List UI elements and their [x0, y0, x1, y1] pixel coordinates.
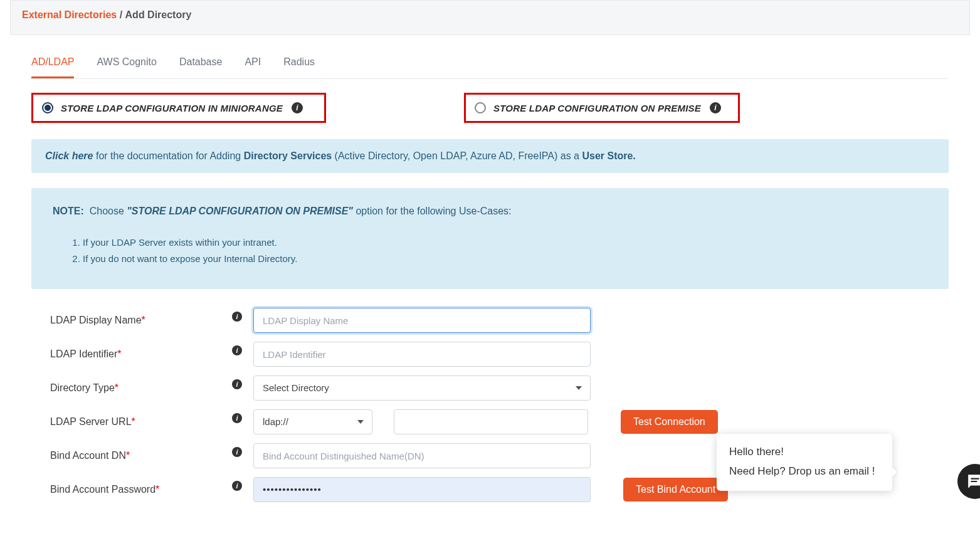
doc-text-2: (Active Directory, Open LDAP, Azure AD, …: [332, 150, 582, 161]
bind-password-input[interactable]: •••••••••••••••: [253, 477, 591, 502]
test-bind-button[interactable]: Test Bind Account: [623, 478, 728, 502]
info-icon[interactable]: [232, 481, 242, 491]
label-directory-type: Directory Type: [50, 382, 115, 393]
radio-label-miniorange: STORE LDAP CONFIGURATION IN MINIORANGE: [61, 103, 283, 113]
radio-label-onpremise: STORE LDAP CONFIGURATION ON PREMISE: [493, 103, 701, 113]
info-icon[interactable]: [710, 102, 721, 113]
breadcrumb-separator: /: [120, 9, 122, 20]
tab-database[interactable]: Database: [179, 48, 223, 78]
documentation-banner: Click here for the documentation for Add…: [31, 139, 949, 173]
tabs: AD/LDAP AWS Cognito Database API Radius: [31, 48, 949, 79]
required-asterisk: *: [132, 416, 135, 427]
chat-line-1: Hello there!: [729, 443, 880, 462]
info-icon[interactable]: [292, 102, 303, 113]
radio-store-miniorange[interactable]: STORE LDAP CONFIGURATION IN MINIORANGE: [31, 93, 326, 123]
radio-store-onpremise[interactable]: STORE LDAP CONFIGURATION ON PREMISE: [464, 93, 740, 123]
tab-api[interactable]: API: [245, 48, 261, 78]
breadcrumb-current: Add Directory: [125, 9, 192, 20]
info-icon[interactable]: [232, 379, 242, 389]
info-icon[interactable]: [232, 312, 242, 322]
protocol-select[interactable]: ldap://: [253, 409, 372, 434]
label-bind-password: Bind Account Password: [50, 484, 155, 495]
ldap-display-name-input[interactable]: [253, 308, 591, 333]
chat-popup-tail: [892, 467, 897, 477]
note-after: option for the following Use-Cases:: [353, 206, 512, 216]
bind-dn-input[interactable]: [253, 443, 591, 468]
radio-icon: [475, 102, 486, 113]
tab-ad-ldap[interactable]: AD/LDAP: [31, 48, 74, 78]
label-server-url: LDAP Server URL: [50, 416, 132, 427]
info-icon[interactable]: [232, 413, 242, 423]
note-item-1: If your LDAP Server exists within your i…: [83, 234, 927, 251]
doc-bold-1: Directory Services: [244, 150, 332, 161]
required-asterisk: *: [115, 382, 119, 393]
chat-icon: [967, 473, 980, 490]
required-asterisk: *: [117, 349, 121, 359]
info-icon[interactable]: [232, 447, 242, 457]
breadcrumb-root-link[interactable]: External Directories: [22, 9, 117, 20]
label-display-name: LDAP Display Name: [50, 315, 142, 325]
doc-text-1: for the documentation for Adding: [93, 150, 243, 161]
required-asterisk: *: [142, 315, 145, 325]
note-label: NOTE:: [53, 206, 84, 216]
doc-bold-2: User Store.: [582, 150, 635, 161]
server-url-input[interactable]: [394, 409, 588, 434]
required-asterisk: *: [155, 484, 159, 495]
label-bind-dn: Bind Account DN: [50, 450, 126, 461]
tab-radius[interactable]: Radius: [283, 48, 315, 78]
required-asterisk: *: [126, 450, 130, 461]
note-quoted: "STORE LDAP CONFIGURATION ON PREMISE": [127, 206, 353, 216]
note-choose: Choose: [90, 206, 124, 216]
note-banner: NOTE: Choose "STORE LDAP CONFIGURATION O…: [31, 188, 949, 289]
tab-aws-cognito[interactable]: AWS Cognito: [97, 48, 156, 78]
test-connection-button[interactable]: Test Connection: [621, 410, 718, 434]
info-icon[interactable]: [232, 345, 242, 355]
note-item-2: If you do not want to expose your Intern…: [83, 251, 927, 267]
chat-popup: Hello there! Need Help? Drop us an email…: [717, 434, 892, 491]
documentation-link[interactable]: Click here: [45, 150, 93, 161]
ldap-identifier-input[interactable]: [253, 342, 591, 367]
chat-line-2: Need Help? Drop us an email !: [729, 462, 880, 481]
breadcrumb: External Directories / Add Directory: [10, 0, 970, 35]
radio-icon: [42, 102, 53, 113]
label-identifier: LDAP Identifier: [50, 349, 117, 359]
directory-type-select[interactable]: Select Directory: [253, 376, 591, 401]
